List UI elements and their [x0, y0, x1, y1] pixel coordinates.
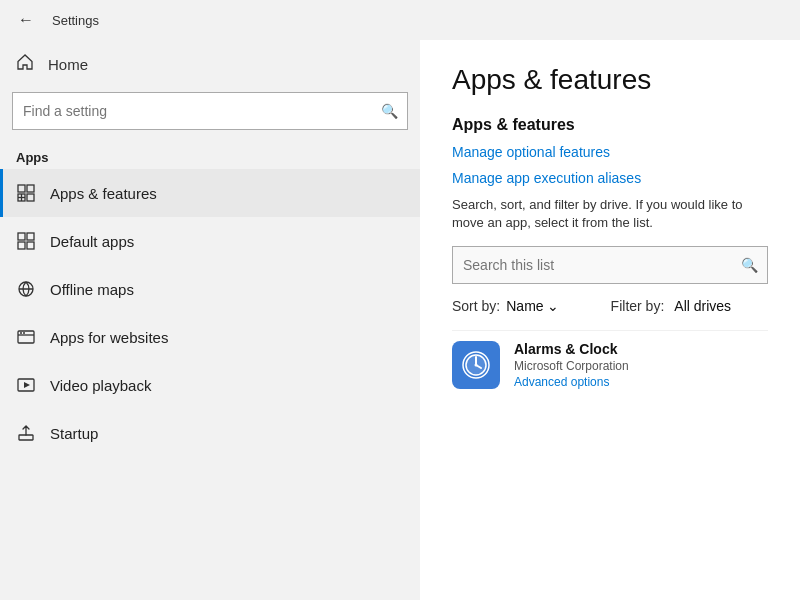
- sidebar-item-offline-maps[interactable]: Offline maps: [0, 265, 420, 313]
- svg-rect-7: [27, 233, 34, 240]
- sort-dropdown[interactable]: Name ⌄: [506, 298, 558, 314]
- app-info: Alarms & Clock Microsoft Corporation Adv…: [514, 341, 629, 389]
- app-name: Alarms & Clock: [514, 341, 629, 357]
- sidebar-item-default-apps[interactable]: Default apps: [0, 217, 420, 265]
- filter-value: All drives: [674, 298, 731, 314]
- home-icon: [16, 53, 34, 76]
- right-panel: Apps & features Apps & features Manage o…: [420, 40, 800, 600]
- startup-icon: [16, 424, 36, 442]
- offline-maps-icon: [16, 280, 36, 298]
- default-apps-icon: [16, 232, 36, 250]
- apps-features-label: Apps & features: [50, 185, 157, 202]
- search-list-icon: 🔍: [741, 257, 758, 273]
- title-bar: ← Settings: [0, 0, 800, 40]
- home-label: Home: [48, 56, 88, 73]
- search-list-box: 🔍: [452, 246, 768, 284]
- description-text: Search, sort, and filter by drive. If yo…: [452, 196, 768, 232]
- app-advanced-options-link[interactable]: Advanced options: [514, 375, 629, 389]
- svg-rect-16: [19, 435, 33, 440]
- sidebar: Home 🔍 Apps Apps & features: [0, 40, 420, 600]
- svg-point-22: [475, 364, 478, 367]
- alarms-clock-icon: [460, 349, 492, 381]
- svg-rect-3: [27, 194, 34, 201]
- video-playback-label: Video playback: [50, 377, 151, 394]
- offline-maps-label: Offline maps: [50, 281, 134, 298]
- section-title: Apps & features: [452, 116, 768, 134]
- page-title: Apps & features: [452, 64, 768, 96]
- app-list-item: Alarms & Clock Microsoft Corporation Adv…: [452, 330, 768, 399]
- apps-section-label: Apps: [0, 142, 420, 169]
- find-setting-search-icon: 🔍: [381, 103, 398, 119]
- manage-aliases-link[interactable]: Manage app execution aliases: [452, 170, 768, 186]
- svg-rect-1: [27, 185, 34, 192]
- svg-point-12: [20, 332, 22, 334]
- svg-rect-9: [27, 242, 34, 249]
- find-setting-input[interactable]: [12, 92, 408, 130]
- svg-rect-0: [18, 185, 25, 192]
- default-apps-label: Default apps: [50, 233, 134, 250]
- sidebar-item-startup[interactable]: Startup: [0, 409, 420, 457]
- sidebar-item-apps-features[interactable]: Apps & features: [0, 169, 420, 217]
- search-list-input[interactable]: [452, 246, 768, 284]
- apps-websites-icon: [16, 328, 36, 346]
- svg-marker-15: [24, 382, 30, 388]
- svg-rect-8: [18, 242, 25, 249]
- back-button[interactable]: ←: [12, 6, 40, 34]
- sidebar-item-video-playback[interactable]: Video playback: [0, 361, 420, 409]
- find-setting-box: 🔍: [12, 92, 408, 130]
- video-playback-icon: [16, 376, 36, 394]
- manage-optional-link[interactable]: Manage optional features: [452, 144, 768, 160]
- app-publisher: Microsoft Corporation: [514, 359, 629, 373]
- svg-rect-6: [18, 233, 25, 240]
- filter-label: Filter by:: [611, 298, 665, 314]
- window-title: Settings: [52, 13, 99, 28]
- main-layout: Home 🔍 Apps Apps & features: [0, 40, 800, 600]
- sidebar-item-apps-websites[interactable]: Apps for websites: [0, 313, 420, 361]
- sort-label: Sort by:: [452, 298, 500, 314]
- startup-label: Startup: [50, 425, 98, 442]
- app-icon: [452, 341, 500, 389]
- filter-row: Sort by: Name ⌄ Filter by: All drives: [452, 298, 768, 314]
- filter-dropdown[interactable]: All drives: [674, 298, 731, 314]
- sort-chevron-icon: ⌄: [547, 298, 559, 314]
- sidebar-item-home[interactable]: Home: [0, 40, 420, 88]
- svg-point-13: [23, 332, 25, 334]
- apps-features-icon: [16, 184, 36, 202]
- apps-websites-label: Apps for websites: [50, 329, 168, 346]
- sort-value: Name: [506, 298, 543, 314]
